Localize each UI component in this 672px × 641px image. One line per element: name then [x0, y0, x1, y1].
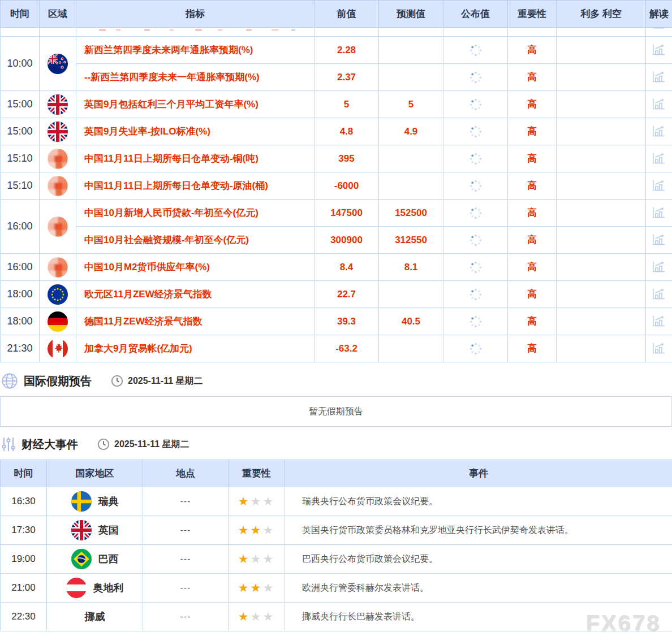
bias-cell	[557, 145, 646, 172]
location-cell: ---	[143, 487, 229, 516]
indicator-cell[interactable]: 英国9月包括红利三个月平均工资年率(%)	[76, 91, 315, 118]
calendar-column-header-4: 预测值	[379, 1, 443, 28]
loading-spinner-icon	[469, 233, 483, 247]
loading-spinner-icon	[469, 152, 483, 166]
country-name: 瑞典	[98, 495, 119, 508]
announced-value-cell	[443, 200, 508, 227]
indicator-cell[interactable]: 加拿大9月贸易帐(亿加元)	[76, 335, 315, 362]
partial-cell	[315, 28, 379, 37]
events-column-header-2: 地点	[143, 460, 229, 487]
previous-value-cell: 8.4	[315, 254, 379, 281]
indicator-cell[interactable]: 英国9月失业率-按ILO标准(%)	[76, 118, 315, 145]
table-row: 21:00 奥地利---★★★欧洲央行管委科赫尔发表讲话。	[1, 574, 672, 603]
indicator-cell[interactable]: 中国10月M2货币供应年率(%)	[76, 254, 315, 281]
globe-icon	[1, 373, 18, 389]
chart-icon[interactable]	[652, 206, 666, 220]
chart-icon[interactable]	[652, 70, 666, 85]
country-name: 英国	[98, 523, 119, 537]
importance-stars-cell: ★★★	[229, 574, 285, 603]
chart-icon[interactable]	[652, 28, 666, 31]
events-section-title: 财经大事件	[21, 437, 78, 452]
star-filled-icon: ★	[251, 523, 263, 536]
chart-icon[interactable]	[652, 151, 666, 166]
country-name: 挪威	[85, 610, 105, 623]
star-empty-icon: ★	[262, 523, 275, 536]
importance-cell: 高	[508, 91, 557, 118]
forecast-value-cell: 40.5	[379, 308, 443, 335]
flag-de-icon	[48, 311, 68, 332]
events-column-header-0: 时间	[1, 460, 47, 487]
time-cell: 16:00	[1, 254, 40, 281]
chart-icon[interactable]	[652, 233, 666, 248]
announced-value-cell	[443, 37, 508, 64]
flag-ca-icon	[48, 339, 68, 359]
region-cell	[40, 91, 76, 118]
country-cell: 瑞典	[47, 487, 143, 516]
indicator-cell[interactable]: --新西兰第四季度未来一年通胀率预期(%)	[76, 64, 315, 91]
chart-icon[interactable]	[652, 43, 666, 58]
chart-icon[interactable]	[652, 179, 666, 193]
event-text-cell: 挪威央行行长巴赫发表讲话。	[285, 603, 672, 631]
bias-cell	[557, 227, 646, 254]
chart-icon[interactable]	[652, 124, 666, 139]
bias-cell	[557, 37, 646, 64]
forecast-value-cell: 5	[379, 91, 443, 118]
time-cell: 17:30	[1, 516, 47, 545]
indicator-cell[interactable]: 中国10月社会融资规模-年初至今(亿元)	[76, 227, 315, 254]
star-filled-icon: ★	[238, 523, 251, 536]
announced-value-cell	[443, 335, 508, 362]
table-row: 17:30 英国---★★★英国央行货币政策委员格林和克罗地亚央行行长武伊契奇发…	[1, 516, 672, 545]
chart-icon[interactable]	[652, 260, 666, 275]
chart-icon[interactable]	[652, 287, 666, 302]
indicator-cell[interactable]: 中国10月新增人民币贷款-年初至今(亿元)	[76, 200, 315, 227]
holiday-empty-notice: 暂无假期预告	[0, 396, 672, 427]
star-filled-icon: ★	[238, 495, 251, 508]
announced-value-cell	[443, 91, 508, 118]
region-cell	[40, 308, 76, 335]
previous-value-cell: 300900	[315, 227, 379, 254]
time-cell: 15:10	[1, 145, 40, 172]
time-cell: 15:10	[1, 172, 40, 200]
indicator-cell[interactable]: 中国11月11日上期所每日仓单变动-铜(吨)	[76, 145, 315, 172]
time-cell: 18:00	[1, 308, 40, 335]
events-section-date: 2025-11-11 星期二	[114, 439, 189, 451]
bias-cell	[557, 308, 646, 335]
partial-cell	[443, 28, 508, 37]
holiday-section-header: 国际假期预告 2025-11-11 星期二	[0, 373, 672, 389]
bias-cell	[557, 172, 646, 200]
calendar-column-header-1: 区域	[40, 1, 76, 28]
indicator-cell[interactable]: 中国11月11日上期所每日仓单变动-原油(桶)	[76, 172, 315, 200]
calendar-column-header-0: 时间	[1, 1, 40, 28]
announced-value-cell	[443, 308, 508, 335]
location-cell: ---	[143, 603, 229, 631]
interpret-cell	[646, 145, 672, 172]
indicator-cell[interactable]: 欧元区11月ZEW经济景气指数	[76, 281, 315, 308]
events-table: 时间国家地区地点重要性事件16:30 瑞典---★★★瑞典央行公布货币政策会议纪…	[0, 460, 672, 631]
indicator-cell[interactable]: 德国11月ZEW经济景气指数	[76, 308, 315, 335]
bias-cell	[557, 64, 646, 91]
chart-icon[interactable]	[652, 341, 666, 356]
interpret-cell	[646, 37, 672, 64]
partial-cell	[40, 28, 76, 37]
importance-stars-cell: ★★★	[229, 603, 285, 631]
indicator-cell[interactable]: 新西兰第四季度未来两年通胀率预期(%)	[76, 37, 315, 64]
event-text-cell: 欧洲央行管委科赫尔发表讲话。	[285, 574, 672, 603]
events-column-header-4: 事件	[285, 460, 672, 487]
region-cell	[40, 254, 76, 281]
partial-cell	[1, 28, 40, 37]
interpret-cell	[646, 254, 672, 281]
country-cell: 挪威	[47, 603, 143, 631]
previous-value-cell: 4.8	[315, 118, 379, 145]
previous-value-cell: -6000	[315, 172, 379, 200]
partial-row	[1, 28, 672, 37]
loading-spinner-icon	[469, 125, 483, 138]
flag-cn-icon	[48, 176, 68, 196]
loading-spinner-icon	[469, 179, 483, 193]
table-row: 22:30挪威---★★★挪威央行行长巴赫发表讲话。	[1, 603, 672, 631]
chart-icon[interactable]	[652, 97, 666, 112]
importance-cell: 高	[508, 335, 557, 362]
interpret-cell	[646, 335, 672, 362]
chart-icon[interactable]	[652, 314, 666, 329]
time-cell: 16:30	[1, 487, 47, 516]
flag-cn-icon	[48, 257, 68, 278]
